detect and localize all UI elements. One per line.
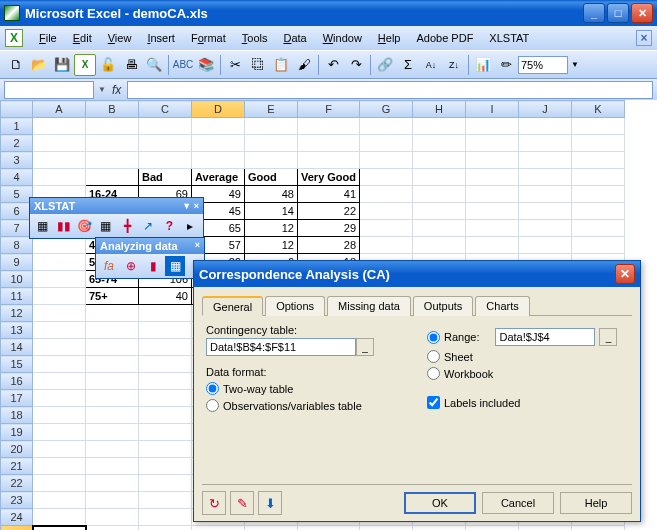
column-header[interactable]: J <box>519 101 572 118</box>
save-icon[interactable]: 💾 <box>51 54 73 76</box>
row-header[interactable]: 1 <box>1 118 33 135</box>
cell[interactable] <box>519 220 572 237</box>
cell[interactable] <box>139 356 192 373</box>
maximize-button[interactable]: □ <box>607 3 629 23</box>
cell[interactable] <box>360 203 413 220</box>
menu-file[interactable]: File <box>31 29 65 47</box>
cell[interactable] <box>572 526 625 531</box>
close-workbook-button[interactable]: × <box>636 30 652 46</box>
research-icon[interactable]: 📚 <box>195 54 217 76</box>
cell[interactable]: 12 <box>245 237 298 254</box>
cell[interactable] <box>139 492 192 509</box>
fx-label[interactable]: fx <box>106 83 127 97</box>
drawing-icon[interactable]: ✏ <box>495 54 517 76</box>
cell[interactable] <box>33 305 86 322</box>
cell[interactable] <box>298 135 360 152</box>
cell[interactable] <box>298 152 360 169</box>
print-preview-icon[interactable]: 🔍 <box>143 54 165 76</box>
xlstat-prep-icon[interactable]: ▦ <box>33 216 52 236</box>
cell[interactable] <box>360 135 413 152</box>
row-header[interactable]: 17 <box>1 390 33 407</box>
column-header[interactable]: B <box>86 101 139 118</box>
cell[interactable] <box>33 458 86 475</box>
cell[interactable] <box>33 339 86 356</box>
cell[interactable] <box>466 152 519 169</box>
paste-icon[interactable]: 📋 <box>270 54 292 76</box>
cell[interactable] <box>519 118 572 135</box>
range-picker-button[interactable]: _ <box>356 338 374 356</box>
cell[interactable] <box>86 475 139 492</box>
cell[interactable] <box>139 458 192 475</box>
chart-wizard-icon[interactable]: 📊 <box>472 54 494 76</box>
cell[interactable] <box>33 526 86 531</box>
cell[interactable] <box>572 118 625 135</box>
cell[interactable] <box>86 169 139 186</box>
cell[interactable] <box>33 492 86 509</box>
cancel-button[interactable]: Cancel <box>482 492 554 514</box>
row-header[interactable]: 4 <box>1 169 33 186</box>
cut-icon[interactable]: ✂ <box>224 54 246 76</box>
xlstat-icon[interactable]: X <box>74 54 96 76</box>
row-header[interactable]: 21 <box>1 458 33 475</box>
cell[interactable] <box>413 135 466 152</box>
range-picker-button-2[interactable]: _ <box>599 328 617 346</box>
cell[interactable] <box>139 475 192 492</box>
row-header[interactable]: 12 <box>1 305 33 322</box>
cell[interactable] <box>33 152 86 169</box>
cell[interactable] <box>139 339 192 356</box>
row-header[interactable]: 8 <box>1 237 33 254</box>
cell[interactable] <box>360 118 413 135</box>
cell[interactable] <box>86 424 139 441</box>
row-header[interactable]: 24 <box>1 509 33 526</box>
xlstat-help-icon[interactable]: ? <box>160 216 179 236</box>
cell[interactable] <box>33 424 86 441</box>
xlstat-toolbar[interactable]: XLSTAT▼ × ▦ ▮▮ 🎯 ▦ ╋ ↗ ? ▸ <box>29 197 204 239</box>
cell[interactable] <box>413 186 466 203</box>
toolbar-dropdown-icon[interactable]: ▼ × <box>182 201 199 211</box>
cell[interactable]: 28 <box>298 237 360 254</box>
cell[interactable] <box>519 169 572 186</box>
cell[interactable] <box>519 152 572 169</box>
column-header[interactable]: K <box>572 101 625 118</box>
row-header[interactable]: 10 <box>1 271 33 288</box>
factor-analysis-icon[interactable]: fa <box>99 256 119 276</box>
cell[interactable] <box>33 441 86 458</box>
row-header[interactable]: 19 <box>1 424 33 441</box>
column-header[interactable]: G <box>360 101 413 118</box>
cell[interactable] <box>360 526 413 531</box>
radio-sheet[interactable]: Sheet <box>427 350 628 363</box>
cell[interactable] <box>466 186 519 203</box>
row-header[interactable]: 15 <box>1 356 33 373</box>
reset-button[interactable]: ↻ <box>202 491 226 515</box>
cell[interactable] <box>413 169 466 186</box>
cell[interactable] <box>245 526 298 531</box>
cell[interactable] <box>298 526 360 531</box>
sort-desc-icon[interactable]: Z↓ <box>443 54 465 76</box>
cell[interactable] <box>413 237 466 254</box>
cell[interactable] <box>33 509 86 526</box>
zoom-box[interactable]: 75% <box>518 56 568 74</box>
cell[interactable] <box>245 152 298 169</box>
menu-adobe-pdf[interactable]: Adobe PDF <box>408 29 481 47</box>
row-header[interactable]: 14 <box>1 339 33 356</box>
cell[interactable] <box>466 526 519 531</box>
cell[interactable] <box>86 322 139 339</box>
column-header[interactable]: F <box>298 101 360 118</box>
xlstat-visualize-icon[interactable]: 🎯 <box>75 216 94 236</box>
row-header[interactable]: 22 <box>1 475 33 492</box>
cell[interactable] <box>139 305 192 322</box>
hyperlink-icon[interactable]: 🔗 <box>374 54 396 76</box>
row-header[interactable]: 18 <box>1 407 33 424</box>
new-icon[interactable]: 🗋 <box>5 54 27 76</box>
menu-data[interactable]: Data <box>275 29 314 47</box>
cell[interactable] <box>139 407 192 424</box>
cell[interactable]: 41 <box>298 186 360 203</box>
cell[interactable] <box>139 152 192 169</box>
cell[interactable] <box>413 118 466 135</box>
name-box-dropdown-icon[interactable]: ▼ <box>98 85 106 94</box>
contingency-table-input[interactable]: Data!$B$4:$F$11 <box>206 338 356 356</box>
cell[interactable] <box>572 152 625 169</box>
analyzing-data-toolbar[interactable]: Analyzing data× fa ⊕ ▮ ▦ <box>95 237 205 279</box>
menu-help[interactable]: Help <box>370 29 409 47</box>
row-header[interactable]: 13 <box>1 322 33 339</box>
